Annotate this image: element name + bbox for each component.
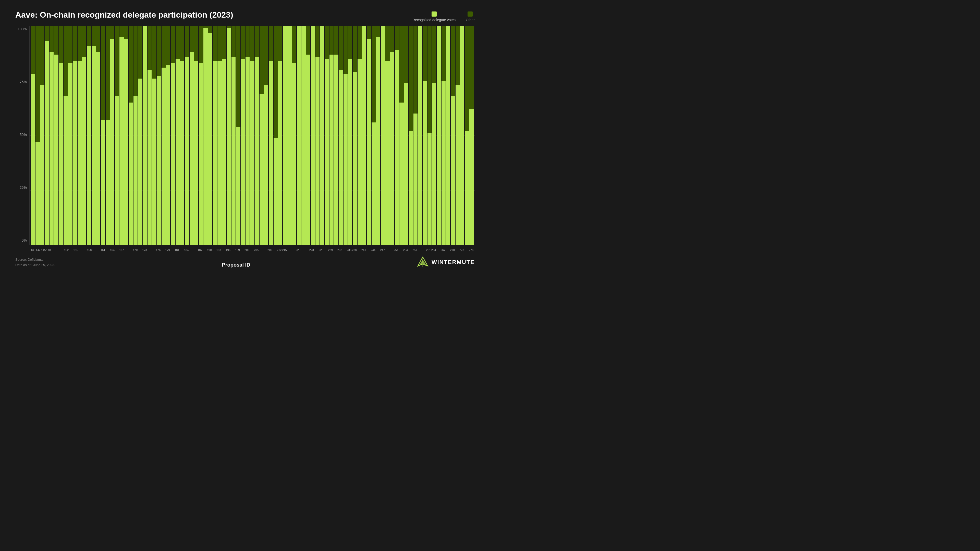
- bar-other: [68, 26, 72, 63]
- y-label-75: 75%: [15, 80, 29, 84]
- bar-total: [287, 26, 291, 245]
- bar-total: [465, 26, 469, 245]
- bar-other: [344, 26, 348, 74]
- bar-total: [269, 26, 273, 245]
- x-label: 267: [441, 248, 445, 251]
- bar-group: [297, 26, 301, 245]
- bar-total: [31, 26, 35, 245]
- bar-total: [92, 26, 96, 245]
- bar-total: [166, 26, 170, 245]
- bar-other: [218, 26, 221, 61]
- bar-group: [381, 26, 385, 245]
- bar-recognized: [171, 63, 175, 245]
- bar-total: [432, 26, 436, 245]
- bar-group: [222, 26, 226, 245]
- x-label: 199: [235, 248, 240, 251]
- bar-recognized: [344, 74, 348, 245]
- legend: Recognized delegate votes Other: [412, 11, 475, 22]
- bar-other: [129, 26, 133, 103]
- bar-recognized: [362, 26, 366, 245]
- bar-other: [64, 26, 68, 96]
- x-label: 176: [156, 248, 161, 251]
- bar-total: [204, 26, 207, 245]
- bar-total: [292, 26, 296, 245]
- bar-other: [189, 26, 194, 52]
- bar-group: [241, 26, 245, 245]
- bar-group: [208, 26, 212, 245]
- bar-recognized: [395, 50, 399, 245]
- bar-recognized: [358, 59, 362, 245]
- x-label: [124, 248, 128, 251]
- bar-total: [428, 26, 431, 245]
- bar-total: [218, 26, 221, 245]
- bar-total: [358, 26, 362, 245]
- bar-group: [372, 26, 375, 245]
- bar-total: [236, 26, 240, 245]
- bar-other: [49, 26, 54, 52]
- bar-recognized: [446, 26, 450, 245]
- bar-recognized: [78, 61, 82, 245]
- bar-total: [311, 26, 315, 245]
- x-label: [342, 248, 346, 251]
- main-container: Aave: On-chain recognized delegate parti…: [0, 0, 490, 275]
- bar-other: [423, 26, 427, 81]
- bar-other: [367, 26, 371, 39]
- bar-recognized: [306, 55, 310, 245]
- bar-total: [119, 26, 124, 245]
- x-label: 247: [380, 248, 385, 251]
- x-label: 226: [318, 248, 323, 251]
- x-label: 215: [282, 248, 286, 251]
- x-label: [324, 248, 328, 251]
- bar-total: [362, 26, 366, 245]
- x-label: [115, 248, 119, 251]
- bar-group: [414, 26, 417, 245]
- x-label: [366, 248, 370, 251]
- x-label: [148, 248, 151, 251]
- bar-other: [442, 26, 445, 81]
- bar-recognized: [460, 26, 464, 245]
- bar-group: [442, 26, 445, 245]
- bar-other: [208, 26, 212, 33]
- bar-recognized: [106, 120, 110, 245]
- bar-group: [124, 26, 128, 245]
- bar-group: [92, 26, 96, 245]
- bar-group: [194, 26, 198, 245]
- x-label: [408, 248, 412, 251]
- legend-item-other: Other: [466, 11, 475, 22]
- bar-other: [264, 26, 268, 85]
- x-label: [418, 248, 422, 251]
- bar-group: [395, 26, 399, 245]
- bar-other: [157, 26, 161, 76]
- bar-total: [283, 26, 287, 245]
- bar-recognized: [119, 37, 124, 245]
- bar-other: [54, 26, 58, 55]
- bar-other: [269, 26, 273, 61]
- bar-total: [399, 26, 404, 245]
- bar-recognized: [399, 103, 404, 245]
- bar-total: [134, 26, 138, 245]
- bar-group: [469, 26, 473, 245]
- x-label: 205: [254, 248, 259, 251]
- bar-group: [129, 26, 133, 245]
- bar-recognized: [73, 61, 77, 245]
- bar-recognized: [110, 39, 115, 245]
- bar-recognized: [176, 59, 180, 245]
- bar-recognized: [231, 57, 235, 245]
- bar-recognized: [372, 122, 375, 245]
- bar-group: [278, 26, 282, 245]
- bars-wrapper: [30, 26, 475, 245]
- bar-other: [376, 26, 380, 37]
- bar-recognized: [157, 76, 161, 245]
- bar-other: [315, 26, 320, 57]
- bar-group: [423, 26, 427, 245]
- x-label: 145: [41, 248, 46, 251]
- x-label: [446, 248, 449, 251]
- bar-other: [115, 26, 119, 96]
- bar-other: [348, 26, 352, 59]
- x-label: [79, 248, 82, 251]
- bar-total: [455, 26, 460, 245]
- x-label: 220: [296, 248, 300, 251]
- x-label: 167: [119, 248, 124, 251]
- bar-group: [315, 26, 320, 245]
- bar-group: [311, 26, 315, 245]
